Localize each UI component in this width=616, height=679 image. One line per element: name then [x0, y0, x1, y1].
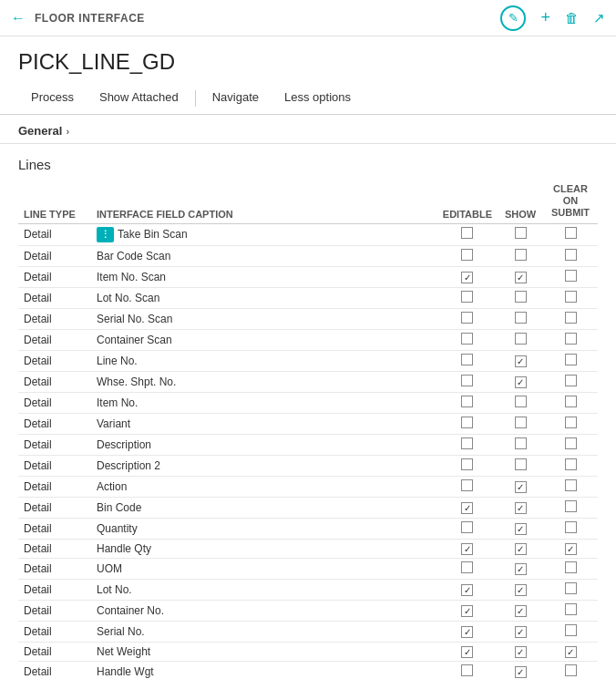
- cell-editable[interactable]: [437, 518, 498, 539]
- checkbox-show[interactable]: [515, 355, 527, 367]
- checkbox-clear[interactable]: [565, 561, 577, 573]
- cell-show[interactable]: [498, 266, 543, 287]
- add-icon[interactable]: +: [540, 8, 550, 27]
- checkbox-show[interactable]: [515, 543, 527, 555]
- checkbox-show[interactable]: [515, 291, 527, 303]
- checkbox-clear[interactable]: [565, 249, 577, 261]
- cell-clear[interactable]: [543, 329, 598, 350]
- checkbox-editable[interactable]: [461, 396, 473, 407]
- cell-editable[interactable]: [437, 455, 498, 476]
- checkbox-show[interactable]: [515, 458, 527, 470]
- checkbox-editable[interactable]: [461, 561, 473, 573]
- checkbox-editable[interactable]: [461, 646, 473, 658]
- checkbox-editable[interactable]: [461, 249, 473, 261]
- cell-show[interactable]: [498, 642, 543, 661]
- cell-show[interactable]: [498, 455, 543, 476]
- cell-editable[interactable]: [437, 661, 498, 679]
- checkbox-clear[interactable]: [565, 396, 577, 407]
- checkbox-editable[interactable]: [461, 521, 473, 533]
- context-menu-button[interactable]: ⋮: [97, 227, 114, 242]
- cell-clear[interactable]: [543, 455, 598, 476]
- checkbox-show[interactable]: [515, 584, 527, 596]
- cell-show[interactable]: [498, 413, 543, 434]
- cell-clear[interactable]: [543, 245, 598, 266]
- checkbox-show[interactable]: [515, 417, 527, 428]
- cell-clear[interactable]: [543, 579, 598, 600]
- cell-show[interactable]: [498, 434, 543, 455]
- cell-clear[interactable]: [543, 642, 598, 661]
- checkbox-clear[interactable]: [565, 646, 577, 658]
- checkbox-show[interactable]: [515, 502, 527, 514]
- cell-show[interactable]: [498, 392, 543, 413]
- cell-clear[interactable]: [543, 661, 598, 679]
- cell-editable[interactable]: [437, 266, 498, 287]
- checkbox-editable[interactable]: [461, 437, 473, 449]
- checkbox-editable[interactable]: [461, 479, 473, 491]
- cell-clear[interactable]: [543, 476, 598, 497]
- checkbox-clear[interactable]: [565, 479, 577, 491]
- checkbox-show[interactable]: [515, 481, 527, 493]
- checkbox-editable[interactable]: [461, 626, 473, 638]
- cell-show[interactable]: [498, 308, 543, 329]
- checkbox-clear[interactable]: [565, 270, 577, 282]
- cell-clear[interactable]: [543, 308, 598, 329]
- expand-icon[interactable]: ↗: [593, 10, 605, 26]
- checkbox-editable[interactable]: [461, 291, 473, 303]
- checkbox-show[interactable]: [515, 376, 527, 388]
- checkbox-editable[interactable]: [461, 354, 473, 365]
- cell-editable[interactable]: [437, 350, 498, 371]
- tab-navigate[interactable]: Navigate: [200, 83, 272, 113]
- checkbox-clear[interactable]: [565, 227, 577, 239]
- checkbox-editable[interactable]: [461, 272, 473, 283]
- checkbox-show[interactable]: [515, 272, 527, 283]
- cell-show[interactable]: [498, 371, 543, 392]
- cell-show[interactable]: [498, 476, 543, 497]
- cell-editable[interactable]: [437, 621, 498, 642]
- checkbox-clear[interactable]: [565, 521, 577, 533]
- cell-editable[interactable]: [437, 434, 498, 455]
- cell-clear[interactable]: [543, 266, 598, 287]
- checkbox-clear[interactable]: [565, 500, 577, 512]
- cell-clear[interactable]: [543, 287, 598, 308]
- cell-editable[interactable]: [437, 642, 498, 661]
- checkbox-show[interactable]: [515, 563, 527, 575]
- edit-icon[interactable]: ✎: [500, 5, 526, 31]
- cell-editable[interactable]: [437, 371, 498, 392]
- cell-show[interactable]: [498, 600, 543, 621]
- cell-editable[interactable]: [437, 497, 498, 518]
- cell-editable[interactable]: [437, 476, 498, 497]
- cell-editable[interactable]: [437, 329, 498, 350]
- checkbox-show[interactable]: [515, 333, 527, 345]
- checkbox-editable[interactable]: [461, 458, 473, 470]
- checkbox-show[interactable]: [515, 646, 527, 658]
- cell-clear[interactable]: [543, 223, 598, 245]
- cell-clear[interactable]: [543, 558, 598, 579]
- cell-editable[interactable]: [437, 539, 498, 558]
- checkbox-editable[interactable]: [461, 605, 473, 617]
- cell-editable[interactable]: [437, 413, 498, 434]
- checkbox-show[interactable]: [515, 437, 527, 449]
- cell-show[interactable]: [498, 329, 543, 350]
- checkbox-show[interactable]: [515, 312, 527, 324]
- cell-show[interactable]: [498, 661, 543, 679]
- tab-process[interactable]: Process: [18, 83, 87, 113]
- cell-editable[interactable]: [437, 308, 498, 329]
- checkbox-editable[interactable]: [461, 375, 473, 386]
- cell-show[interactable]: [498, 245, 543, 266]
- checkbox-clear[interactable]: [565, 543, 577, 555]
- cell-show[interactable]: [498, 518, 543, 539]
- checkbox-clear[interactable]: [565, 333, 577, 345]
- checkbox-clear[interactable]: [565, 664, 577, 676]
- cell-editable[interactable]: [437, 287, 498, 308]
- cell-editable[interactable]: [437, 558, 498, 579]
- cell-show[interactable]: [498, 579, 543, 600]
- checkbox-show[interactable]: [515, 626, 527, 638]
- delete-icon[interactable]: 🗑: [565, 10, 579, 26]
- checkbox-show[interactable]: [515, 666, 527, 678]
- checkbox-clear[interactable]: [565, 582, 577, 594]
- cell-show[interactable]: [498, 621, 543, 642]
- tab-less-options[interactable]: Less options: [272, 83, 364, 113]
- checkbox-editable[interactable]: [461, 417, 473, 428]
- checkbox-clear[interactable]: [565, 375, 577, 386]
- tab-show-attached[interactable]: Show Attached: [87, 83, 191, 113]
